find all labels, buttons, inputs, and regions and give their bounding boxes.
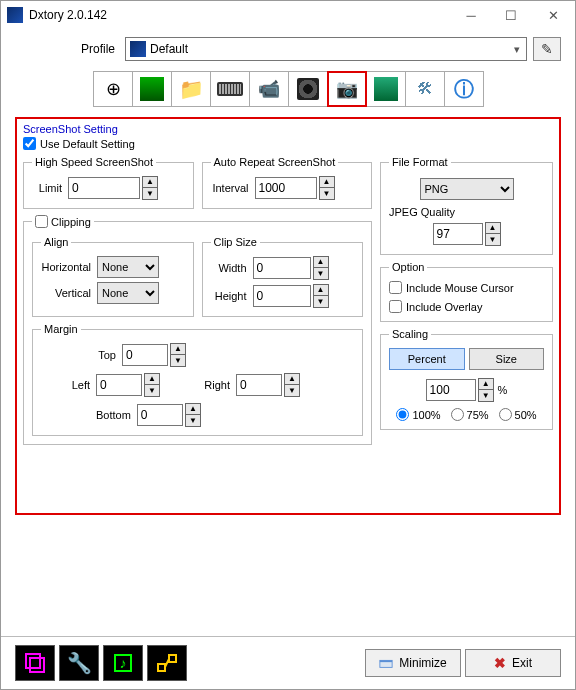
clip-width-spinner[interactable]: ▲▼ <box>313 256 329 280</box>
clipsize-fieldset: Clip Size Width ▲▼ Height ▲▼ <box>202 236 364 317</box>
highspeed-fieldset: High Speed ScreenShot Limit ▲▼ <box>23 156 194 209</box>
limit-label: Limit <box>32 182 68 194</box>
scale-50-radio[interactable]: 50% <box>499 408 537 421</box>
jpeg-quality-input[interactable] <box>433 223 483 245</box>
exit-button[interactable]: ✖ Exit <box>465 649 561 677</box>
tab-hotkey[interactable] <box>210 71 250 107</box>
margin-bottom-spinner[interactable]: ▲▼ <box>185 403 201 427</box>
scale-100-radio[interactable]: 100% <box>396 408 440 421</box>
margin-top-label: Top <box>96 349 122 361</box>
minimize-window-button[interactable]: ─ <box>451 1 491 29</box>
monitor-icon <box>140 77 164 101</box>
profile-combo[interactable]: Default ▾ <box>125 37 527 61</box>
clipsize-legend: Clip Size <box>211 236 260 248</box>
jpeg-quality-spinner[interactable]: ▲▼ <box>485 222 501 246</box>
tab-audio[interactable] <box>288 71 328 107</box>
svg-text:♪: ♪ <box>120 655 127 671</box>
clip-width-input[interactable] <box>253 257 311 279</box>
scaling-size-toggle[interactable]: Size <box>469 348 545 370</box>
tab-processor[interactable] <box>366 71 406 107</box>
clipping-checkbox[interactable] <box>35 215 48 228</box>
tab-video[interactable]: 📹 <box>249 71 289 107</box>
chip-icon <box>374 77 398 101</box>
highspeed-legend: High Speed ScreenShot <box>32 156 156 168</box>
window-title: Dxtory 2.0.142 <box>29 8 451 22</box>
svg-rect-4 <box>158 664 165 671</box>
chevron-down-icon: ▾ <box>508 43 526 56</box>
note-tool-button[interactable]: ♪ <box>103 645 143 681</box>
clipping-legend[interactable]: Clipping <box>32 215 94 228</box>
minimize-icon <box>379 657 393 669</box>
include-mouse-checkbox[interactable] <box>389 281 402 294</box>
interval-label: Interval <box>211 182 255 194</box>
scaling-value-input[interactable] <box>426 379 476 401</box>
wrench-tool-button[interactable]: 🔧 <box>59 645 99 681</box>
margin-fieldset: Margin Top▲▼ Left ▲▼ Right ▲▼ Bottom▲▼ <box>32 323 363 436</box>
limit-input[interactable] <box>68 177 140 199</box>
margin-right-label: Right <box>186 379 236 391</box>
align-legend: Align <box>41 236 71 248</box>
option-fieldset: Option Include Mouse Cursor Include Over… <box>380 261 553 322</box>
bottom-bar: 🔧 ♪ Minimize ✖ Exit <box>1 636 575 689</box>
profile-label: Profile <box>15 42 125 56</box>
minimize-button[interactable]: Minimize <box>365 649 461 677</box>
close-window-button[interactable]: ✕ <box>531 1 575 29</box>
include-mouse-row[interactable]: Include Mouse Cursor <box>389 281 544 294</box>
margin-right-input[interactable] <box>236 374 282 396</box>
margin-bottom-input[interactable] <box>137 404 183 426</box>
tab-info[interactable]: ⓘ <box>444 71 484 107</box>
edit-profile-button[interactable]: ✎ <box>533 37 561 61</box>
folder-icon: 📁 <box>179 77 204 101</box>
profile-row: Profile Default ▾ ✎ <box>1 29 575 69</box>
clip-height-spinner[interactable]: ▲▼ <box>313 284 329 308</box>
svg-rect-5 <box>169 655 176 662</box>
camcorder-icon: 📹 <box>258 78 280 100</box>
scale-75-radio[interactable]: 75% <box>451 408 489 421</box>
speaker-icon <box>297 78 319 100</box>
scaling-fieldset: Scaling Percent Size ▲▼ % 100% 75% 50% <box>380 328 553 430</box>
tab-screenshot[interactable]: 📷 <box>327 71 367 107</box>
stack-icon <box>24 652 46 674</box>
scaling-legend: Scaling <box>389 328 431 340</box>
titlebar: Dxtory 2.0.142 ─ ☐ ✕ <box>1 1 575 29</box>
svg-rect-0 <box>26 654 40 668</box>
align-vertical-select[interactable]: None <box>97 282 159 304</box>
scaling-spinner[interactable]: ▲▼ <box>478 378 494 402</box>
vertical-label: Vertical <box>41 287 97 299</box>
margin-top-spinner[interactable]: ▲▼ <box>170 343 186 367</box>
margin-top-input[interactable] <box>122 344 168 366</box>
interval-spinner[interactable]: ▲▼ <box>319 176 335 200</box>
margin-right-spinner[interactable]: ▲▼ <box>284 373 300 397</box>
scaling-percent-toggle[interactable]: Percent <box>389 348 465 370</box>
maximize-window-button[interactable]: ☐ <box>491 1 531 29</box>
panel-title: ScreenShot Setting <box>23 123 553 135</box>
include-overlay-checkbox[interactable] <box>389 300 402 313</box>
tab-target[interactable]: ⊕ <box>93 71 133 107</box>
tab-advanced[interactable]: 🛠 <box>405 71 445 107</box>
svg-rect-1 <box>30 658 44 672</box>
interval-input[interactable] <box>255 177 317 199</box>
width-label: Width <box>211 262 253 274</box>
use-default-checkbox[interactable] <box>23 137 36 150</box>
fileformat-select[interactable]: PNG <box>420 178 514 200</box>
stack-tool-button[interactable] <box>15 645 55 681</box>
flow-tool-button[interactable] <box>147 645 187 681</box>
flow-icon <box>156 652 178 674</box>
screenshot-settings-panel: ScreenShot Setting Use Default Setting H… <box>15 117 561 515</box>
note-icon: ♪ <box>112 652 134 674</box>
margin-left-spinner[interactable]: ▲▼ <box>144 373 160 397</box>
use-default-checkbox-row[interactable]: Use Default Setting <box>23 137 553 150</box>
margin-legend: Margin <box>41 323 81 335</box>
info-icon: ⓘ <box>454 76 474 103</box>
include-overlay-row[interactable]: Include Overlay <box>389 300 544 313</box>
profile-value: Default <box>150 42 508 56</box>
clip-height-input[interactable] <box>253 285 311 307</box>
tab-folder[interactable]: 📁 <box>171 71 211 107</box>
clipping-fieldset: Clipping Align Horizontal None Vertical … <box>23 215 372 445</box>
margin-left-input[interactable] <box>96 374 142 396</box>
camera-icon: 📷 <box>336 78 358 100</box>
use-default-label: Use Default Setting <box>40 138 135 150</box>
tab-overlay[interactable] <box>132 71 172 107</box>
align-horizontal-select[interactable]: None <box>97 256 159 278</box>
limit-spinner[interactable]: ▲▼ <box>142 176 158 200</box>
